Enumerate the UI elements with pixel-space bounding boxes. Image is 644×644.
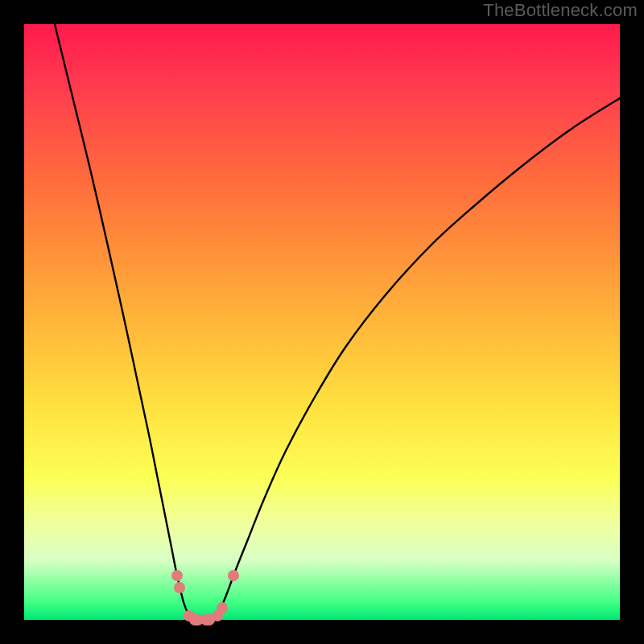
curve-left-branch — [55, 24, 193, 620]
curve-layer — [24, 24, 620, 620]
chart-root: TheBottleneck.com — [0, 0, 644, 644]
trough-marker — [228, 570, 239, 581]
trough-marker — [217, 602, 228, 613]
plot-area — [24, 24, 620, 620]
trough-marker — [174, 582, 185, 593]
curve-right-branch — [213, 98, 620, 620]
trough-marker — [171, 570, 183, 581]
watermark-text: TheBottleneck.com — [483, 0, 638, 21]
